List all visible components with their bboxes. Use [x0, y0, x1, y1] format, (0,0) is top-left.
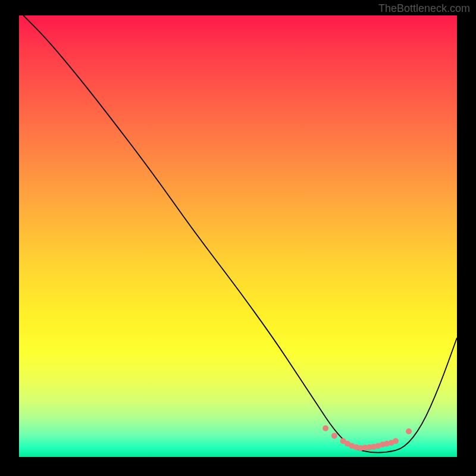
marker-group — [322, 425, 412, 451]
plot-area — [19, 15, 457, 457]
marker-point — [322, 425, 328, 431]
bottleneck-curve — [23, 15, 457, 453]
marker-point — [331, 433, 337, 439]
marker-point — [406, 428, 412, 434]
watermark-text: TheBottleneck.com — [378, 2, 470, 15]
marker-point — [393, 438, 399, 444]
chart-svg — [19, 15, 457, 457]
